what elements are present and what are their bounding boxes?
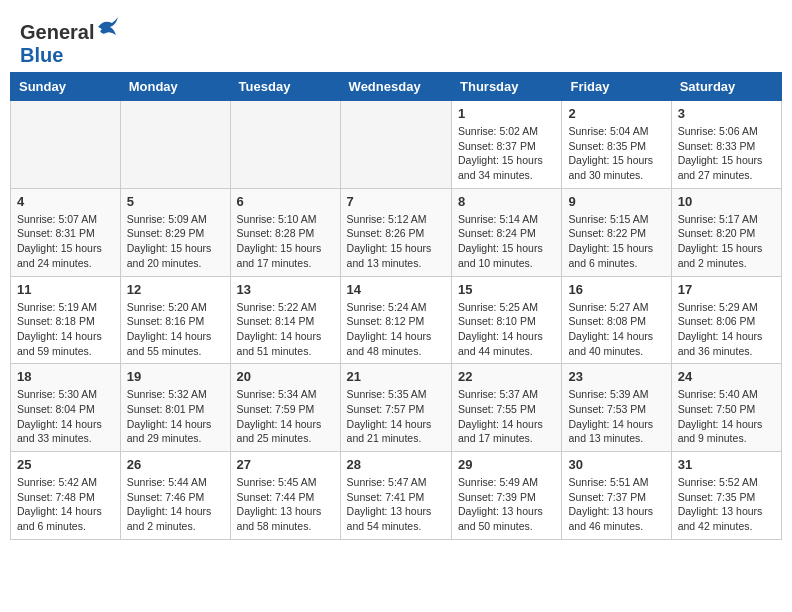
day-number: 17 [678,282,775,297]
day-number: 15 [458,282,555,297]
day-number: 9 [568,194,664,209]
calendar-cell: 12Sunrise: 5:20 AM Sunset: 8:16 PM Dayli… [120,276,230,364]
calendar-cell: 16Sunrise: 5:27 AM Sunset: 8:08 PM Dayli… [562,276,671,364]
day-info: Sunrise: 5:42 AM Sunset: 7:48 PM Dayligh… [17,475,114,534]
day-info: Sunrise: 5:09 AM Sunset: 8:29 PM Dayligh… [127,212,224,271]
calendar-cell: 21Sunrise: 5:35 AM Sunset: 7:57 PM Dayli… [340,364,451,452]
day-info: Sunrise: 5:32 AM Sunset: 8:01 PM Dayligh… [127,387,224,446]
calendar-table: SundayMondayTuesdayWednesdayThursdayFrid… [10,72,782,540]
calendar-header: SundayMondayTuesdayWednesdayThursdayFrid… [11,73,782,101]
day-number: 10 [678,194,775,209]
day-info: Sunrise: 5:52 AM Sunset: 7:35 PM Dayligh… [678,475,775,534]
day-info: Sunrise: 5:37 AM Sunset: 7:55 PM Dayligh… [458,387,555,446]
calendar-cell: 18Sunrise: 5:30 AM Sunset: 8:04 PM Dayli… [11,364,121,452]
day-number: 23 [568,369,664,384]
calendar-cell: 22Sunrise: 5:37 AM Sunset: 7:55 PM Dayli… [452,364,562,452]
calendar-week-1: 1Sunrise: 5:02 AM Sunset: 8:37 PM Daylig… [11,101,782,189]
calendar-cell: 24Sunrise: 5:40 AM Sunset: 7:50 PM Dayli… [671,364,781,452]
weekday-wednesday: Wednesday [340,73,451,101]
day-info: Sunrise: 5:34 AM Sunset: 7:59 PM Dayligh… [237,387,334,446]
day-info: Sunrise: 5:47 AM Sunset: 7:41 PM Dayligh… [347,475,445,534]
day-number: 7 [347,194,445,209]
day-number: 18 [17,369,114,384]
day-info: Sunrise: 5:30 AM Sunset: 8:04 PM Dayligh… [17,387,114,446]
day-info: Sunrise: 5:25 AM Sunset: 8:10 PM Dayligh… [458,300,555,359]
weekday-saturday: Saturday [671,73,781,101]
day-number: 6 [237,194,334,209]
day-info: Sunrise: 5:20 AM Sunset: 8:16 PM Dayligh… [127,300,224,359]
day-number: 3 [678,106,775,121]
calendar-cell: 9Sunrise: 5:15 AM Sunset: 8:22 PM Daylig… [562,188,671,276]
day-info: Sunrise: 5:15 AM Sunset: 8:22 PM Dayligh… [568,212,664,271]
day-number: 27 [237,457,334,472]
day-info: Sunrise: 5:27 AM Sunset: 8:08 PM Dayligh… [568,300,664,359]
day-info: Sunrise: 5:02 AM Sunset: 8:37 PM Dayligh… [458,124,555,183]
calendar-cell: 31Sunrise: 5:52 AM Sunset: 7:35 PM Dayli… [671,452,781,540]
weekday-header-row: SundayMondayTuesdayWednesdayThursdayFrid… [11,73,782,101]
day-info: Sunrise: 5:14 AM Sunset: 8:24 PM Dayligh… [458,212,555,271]
logo-general: General [20,21,94,43]
day-info: Sunrise: 5:39 AM Sunset: 7:53 PM Dayligh… [568,387,664,446]
day-number: 30 [568,457,664,472]
calendar-cell: 13Sunrise: 5:22 AM Sunset: 8:14 PM Dayli… [230,276,340,364]
calendar-cell: 6Sunrise: 5:10 AM Sunset: 8:28 PM Daylig… [230,188,340,276]
calendar-cell: 7Sunrise: 5:12 AM Sunset: 8:26 PM Daylig… [340,188,451,276]
day-info: Sunrise: 5:40 AM Sunset: 7:50 PM Dayligh… [678,387,775,446]
day-info: Sunrise: 5:07 AM Sunset: 8:31 PM Dayligh… [17,212,114,271]
calendar-cell: 20Sunrise: 5:34 AM Sunset: 7:59 PM Dayli… [230,364,340,452]
calendar-cell: 1Sunrise: 5:02 AM Sunset: 8:37 PM Daylig… [452,101,562,189]
calendar-body: 1Sunrise: 5:02 AM Sunset: 8:37 PM Daylig… [11,101,782,540]
day-number: 21 [347,369,445,384]
logo: General Blue [20,15,120,67]
calendar-week-5: 25Sunrise: 5:42 AM Sunset: 7:48 PM Dayli… [11,452,782,540]
day-info: Sunrise: 5:51 AM Sunset: 7:37 PM Dayligh… [568,475,664,534]
day-info: Sunrise: 5:45 AM Sunset: 7:44 PM Dayligh… [237,475,334,534]
calendar-cell: 8Sunrise: 5:14 AM Sunset: 8:24 PM Daylig… [452,188,562,276]
calendar-cell: 14Sunrise: 5:24 AM Sunset: 8:12 PM Dayli… [340,276,451,364]
calendar-cell: 23Sunrise: 5:39 AM Sunset: 7:53 PM Dayli… [562,364,671,452]
day-number: 24 [678,369,775,384]
header: General Blue [0,0,792,72]
day-info: Sunrise: 5:29 AM Sunset: 8:06 PM Dayligh… [678,300,775,359]
calendar-cell: 10Sunrise: 5:17 AM Sunset: 8:20 PM Dayli… [671,188,781,276]
calendar-cell: 4Sunrise: 5:07 AM Sunset: 8:31 PM Daylig… [11,188,121,276]
calendar-cell: 30Sunrise: 5:51 AM Sunset: 7:37 PM Dayli… [562,452,671,540]
weekday-tuesday: Tuesday [230,73,340,101]
day-info: Sunrise: 5:35 AM Sunset: 7:57 PM Dayligh… [347,387,445,446]
day-info: Sunrise: 5:17 AM Sunset: 8:20 PM Dayligh… [678,212,775,271]
calendar-week-4: 18Sunrise: 5:30 AM Sunset: 8:04 PM Dayli… [11,364,782,452]
day-number: 14 [347,282,445,297]
weekday-monday: Monday [120,73,230,101]
day-number: 19 [127,369,224,384]
calendar-cell: 19Sunrise: 5:32 AM Sunset: 8:01 PM Dayli… [120,364,230,452]
calendar-cell [11,101,121,189]
weekday-sunday: Sunday [11,73,121,101]
day-number: 22 [458,369,555,384]
calendar-cell: 15Sunrise: 5:25 AM Sunset: 8:10 PM Dayli… [452,276,562,364]
day-number: 25 [17,457,114,472]
day-info: Sunrise: 5:06 AM Sunset: 8:33 PM Dayligh… [678,124,775,183]
calendar-cell: 26Sunrise: 5:44 AM Sunset: 7:46 PM Dayli… [120,452,230,540]
calendar-cell: 3Sunrise: 5:06 AM Sunset: 8:33 PM Daylig… [671,101,781,189]
day-info: Sunrise: 5:24 AM Sunset: 8:12 PM Dayligh… [347,300,445,359]
calendar-cell: 2Sunrise: 5:04 AM Sunset: 8:35 PM Daylig… [562,101,671,189]
calendar-cell [340,101,451,189]
day-number: 1 [458,106,555,121]
day-number: 16 [568,282,664,297]
logo-text: General Blue [20,15,120,67]
calendar-cell: 29Sunrise: 5:49 AM Sunset: 7:39 PM Dayli… [452,452,562,540]
calendar-week-2: 4Sunrise: 5:07 AM Sunset: 8:31 PM Daylig… [11,188,782,276]
day-info: Sunrise: 5:12 AM Sunset: 8:26 PM Dayligh… [347,212,445,271]
calendar-cell: 11Sunrise: 5:19 AM Sunset: 8:18 PM Dayli… [11,276,121,364]
day-number: 12 [127,282,224,297]
weekday-thursday: Thursday [452,73,562,101]
calendar-cell: 25Sunrise: 5:42 AM Sunset: 7:48 PM Dayli… [11,452,121,540]
day-number: 11 [17,282,114,297]
day-info: Sunrise: 5:19 AM Sunset: 8:18 PM Dayligh… [17,300,114,359]
weekday-friday: Friday [562,73,671,101]
day-info: Sunrise: 5:49 AM Sunset: 7:39 PM Dayligh… [458,475,555,534]
calendar-cell: 27Sunrise: 5:45 AM Sunset: 7:44 PM Dayli… [230,452,340,540]
day-number: 28 [347,457,445,472]
day-number: 4 [17,194,114,209]
calendar-cell: 5Sunrise: 5:09 AM Sunset: 8:29 PM Daylig… [120,188,230,276]
